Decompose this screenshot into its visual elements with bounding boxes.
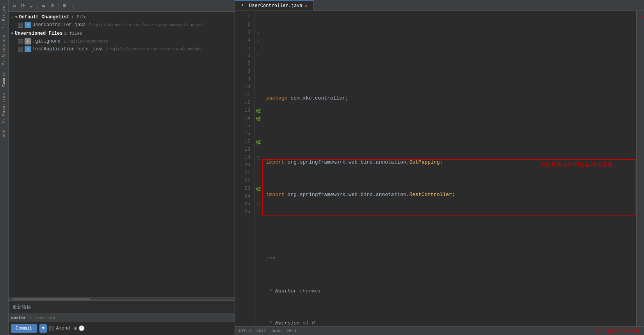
move-icon[interactable]: ↙ — [28, 2, 35, 9]
line-numbers: 1 2 3 4 5 6 7 8 9 10 11 12 13 14 15 16 1… — [235, 11, 254, 326]
settings-icons: ⚙ 🕐 — [74, 325, 85, 331]
gutter-23: 🌿 — [254, 185, 262, 193]
commit-dropdown[interactable]: ▼ — [39, 324, 47, 333]
status-bar: master 1 modified — [9, 314, 235, 322]
file-name-usercontroller: UserController.java — [32, 22, 86, 28]
line-num-7: 7 — [235, 60, 254, 68]
file-path-gitignore: E:\gitlab\demo\test — [64, 39, 108, 44]
editor-area: J UserController.java ✕ 1 2 3 4 5 6 7 8 … — [235, 0, 644, 335]
line-num-3: 3 — [235, 29, 254, 37]
code-editor: 1 2 3 4 5 6 7 8 9 10 11 12 13 14 15 16 1… — [235, 11, 644, 326]
line-num-13: 13 — [235, 107, 254, 115]
settings-gear-icon[interactable]: ⚙ — [74, 325, 77, 331]
right-gutter: ● — [636, 11, 644, 326]
file-name-testapp: TestApplicationTests.java — [32, 46, 103, 52]
changelist-name: Default Changelist — [19, 14, 70, 20]
more-icon[interactable]: ⋮ — [69, 2, 76, 9]
commit-button[interactable]: Commit — [11, 324, 37, 333]
tab-close-icon[interactable]: ✕ — [305, 4, 307, 8]
gutter-14: 🌿 — [254, 115, 262, 123]
file-path-testapp: E:\gitlab\demo\test\src\test\java\com\xk… — [106, 47, 202, 52]
unversioned-header[interactable]: ▼ Unversioned Files 2 files — [9, 30, 235, 37]
toolbar: ↺ ⟳ ↙ ⇆ ⊙ ≡ ⋮ — [9, 0, 235, 12]
rest-controller-icon: 🌿 — [256, 109, 261, 114]
watermark: CSDN @起个名称真难 — [592, 328, 640, 334]
settings-clock-icon[interactable]: 🕐 — [78, 325, 85, 331]
gitignore-checkbox[interactable] — [18, 39, 23, 44]
line-num-5: 5 — [235, 45, 254, 52]
sidebar-item-project[interactable]: 1: Project — [2, 0, 6, 32]
bottom-status-bar: UTF-8 CRLF Java 26:1 CSDN @起个名称真难 — [235, 326, 644, 335]
file-checkbox[interactable]: ✓ — [18, 23, 23, 28]
gutter-3: › — [254, 29, 262, 37]
line-num-15: 15 — [235, 123, 254, 130]
gutter-2 — [254, 21, 262, 29]
line-num-18: 18 — [235, 146, 254, 154]
sidebar-item-commit[interactable]: Commit — [2, 68, 6, 90]
gutter-25: ⬡ — [254, 201, 262, 208]
line-num-24: 24 — [235, 193, 254, 201]
view-icon[interactable]: ⊙ — [49, 2, 56, 9]
commit-buttons-area: Commit ▼ Amend ⚙ 🕐 — [9, 322, 235, 335]
gutter-11 — [254, 91, 262, 99]
amend-area: Amend — [49, 326, 70, 331]
amend-checkbox[interactable] — [49, 326, 54, 331]
line-num-11: 11 — [235, 91, 254, 99]
menu-icon[interactable]: ≡ — [61, 2, 68, 9]
sidebar-item-favorites[interactable]: 2: Favorites — [2, 90, 6, 127]
code-line-5 — [266, 223, 632, 231]
sidebar-item-web[interactable]: Web — [2, 127, 6, 141]
changelist-header[interactable]: ✓ ▼ Default Changelist 1 file — [9, 13, 235, 21]
line-num-12: 12 — [235, 99, 254, 107]
gutter-4: › — [254, 37, 262, 45]
java-file-icon-2: J — [25, 46, 31, 52]
gutter-12 — [254, 99, 262, 107]
file-item-gitignore[interactable]: T .gitignore E:\gitlab\demo\test — [9, 37, 235, 45]
file-item-testapp[interactable]: J TestApplicationTests.java E:\gitlab\de… — [9, 45, 235, 53]
testapp-checkbox[interactable] — [18, 47, 23, 52]
line-num-25: 25 — [235, 201, 254, 208]
gutter-10 — [254, 84, 262, 91]
line-num-23: 23 — [235, 185, 254, 193]
file-tree: ✓ ▼ Default Changelist 1 file ✓ J UserCo… — [9, 12, 235, 298]
line-num-26: 26 — [235, 208, 254, 216]
line-num-19: 19 — [235, 154, 254, 162]
gutter-17: 🌿 — [254, 138, 262, 146]
diff-icon[interactable]: ⇆ — [40, 2, 47, 9]
gutter-20 — [254, 162, 262, 169]
line-num-9: 9 — [235, 76, 254, 84]
cursor-position: 26:1 — [286, 329, 297, 333]
line-num-8: 8 — [235, 68, 254, 76]
gutter-8 — [254, 68, 262, 76]
changelist-count: 1 file — [71, 15, 87, 20]
text-file-icon: T — [25, 38, 31, 45]
changelist-group: ✓ ▼ Default Changelist 1 file ✓ J UserCo… — [9, 13, 235, 29]
left-bottom-area: 更新项目 master 1 modified Commit ▼ Amend ⚙ … — [9, 298, 235, 335]
java-file-icon: J — [25, 22, 31, 28]
line-num-10: 10 — [235, 84, 254, 91]
separator-1 — [37, 2, 38, 9]
refresh-icon[interactable]: ↺ — [11, 2, 18, 9]
sidebar-item-structure[interactable]: 7: Structure — [2, 32, 6, 68]
code-line-4: import org.springframework.web.bind.anno… — [266, 191, 632, 199]
line-separator-label: CRLF — [256, 329, 267, 333]
gutter-7 — [254, 60, 262, 68]
reload-icon[interactable]: ⟳ — [20, 2, 27, 9]
vertical-sidebar: 1: Project 7: Structure Commit 2: Favori… — [0, 0, 9, 335]
file-path-usercontroller: E:\gitlab\demo\test\src\main\java\com\xk… — [89, 23, 204, 27]
tab-bar: J UserController.java ✕ — [235, 0, 644, 11]
unversioned-group: ▼ Unversioned Files 2 files T .gitignore… — [9, 30, 235, 53]
line-num-6: 6 — [235, 52, 254, 60]
method-icon: 🌿 — [256, 140, 261, 145]
expand-arrow: ▼ — [15, 15, 18, 20]
gutter-13: 🌿 — [254, 107, 262, 115]
amend-label: Amend — [56, 326, 70, 331]
code-content[interactable]: 更新代码,此时可以自动化部署 package com.xkc.controlle… — [262, 11, 636, 326]
gutter-24 — [254, 193, 262, 201]
editor-tab-usercontroller[interactable]: J UserController.java ✕ — [235, 0, 314, 11]
update-project[interactable]: 更新项目 — [9, 300, 235, 314]
file-type-label: Java — [271, 329, 281, 333]
gutter-18 — [254, 146, 262, 154]
highlight-box — [262, 159, 636, 216]
file-item-usercontroller[interactable]: ✓ J UserController.java E:\gitlab\demo\t… — [9, 21, 235, 29]
